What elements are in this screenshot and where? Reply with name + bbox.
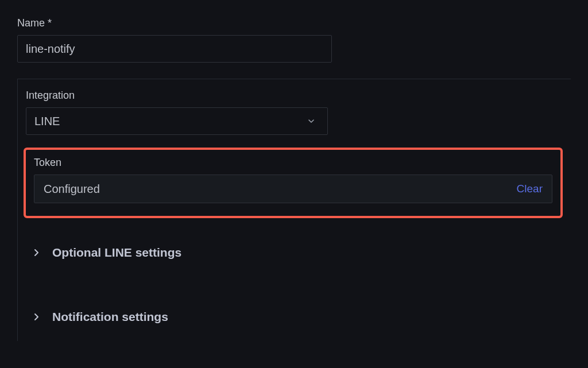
chevron-right-icon	[34, 249, 40, 257]
chevron-down-icon	[308, 118, 315, 125]
token-highlight-box: Token Configured Clear	[24, 148, 563, 218]
optional-line-settings-expander[interactable]: Optional LINE settings	[26, 246, 571, 259]
name-field-label: Name *	[17, 17, 571, 29]
token-label: Token	[34, 157, 552, 169]
integration-select-value: LINE	[34, 115, 60, 128]
token-status-text: Configured	[44, 183, 517, 196]
token-input-row: Configured Clear	[34, 175, 552, 203]
notification-settings-label: Notification settings	[52, 310, 168, 324]
chevron-right-icon	[34, 313, 40, 321]
token-clear-button[interactable]: Clear	[517, 183, 543, 195]
integration-panel: Integration LINE Token Configured Clear	[17, 79, 571, 341]
optional-line-settings-label: Optional LINE settings	[52, 246, 181, 259]
integration-label: Integration	[26, 90, 571, 102]
notification-settings-expander[interactable]: Notification settings	[26, 310, 571, 324]
integration-select[interactable]: LINE	[26, 107, 328, 135]
name-input[interactable]	[17, 35, 332, 63]
